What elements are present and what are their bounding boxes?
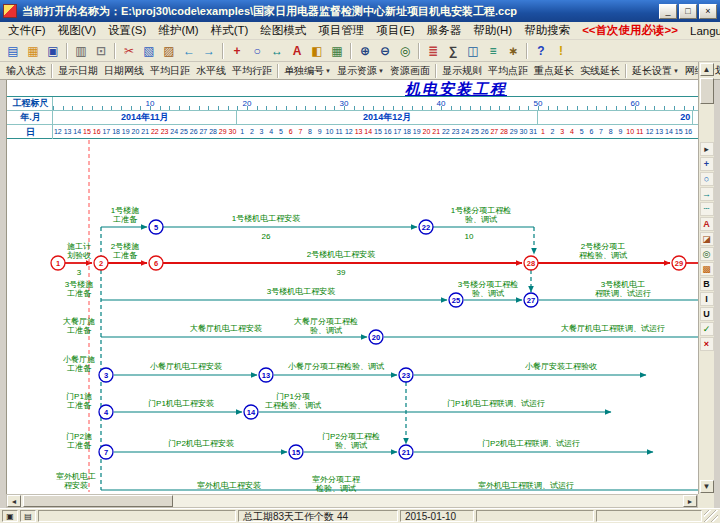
help-icon[interactable]: ? bbox=[531, 42, 551, 60]
avg-node-space-button[interactable]: 平均点距 bbox=[485, 64, 531, 78]
grid-icon[interactable]: ▦ bbox=[327, 42, 347, 60]
scroll-left-button[interactable]: ◄ bbox=[7, 495, 21, 507]
italic-icon[interactable]: I bbox=[700, 292, 714, 306]
node-13[interactable]: 13 bbox=[259, 368, 273, 382]
node-3[interactable]: 3 bbox=[99, 368, 113, 382]
settings-icon[interactable]: ∗ bbox=[503, 42, 523, 60]
menu-item[interactable]: 视图(V) bbox=[52, 22, 102, 39]
maximize-button[interactable]: □ bbox=[679, 4, 697, 19]
chart-icon[interactable]: ◫ bbox=[463, 42, 483, 60]
calc-icon[interactable]: ∑ bbox=[443, 42, 463, 60]
status-button-right[interactable]: ▤ bbox=[20, 510, 36, 522]
text-tool-icon[interactable]: A bbox=[287, 42, 307, 60]
pan-tool-icon[interactable]: + bbox=[700, 157, 714, 171]
show-date-button[interactable]: 显示日期 bbox=[55, 64, 101, 78]
color-palette-icon[interactable]: ◧ bbox=[307, 42, 327, 60]
underline-icon[interactable]: U bbox=[700, 307, 714, 321]
resource-view-button[interactable]: 资源画面 bbox=[387, 64, 433, 78]
horizontal-line-button[interactable]: 水平线 bbox=[193, 64, 229, 78]
paste-icon[interactable]: ▨ bbox=[159, 42, 179, 60]
add-task-icon[interactable]: + bbox=[227, 42, 247, 60]
solid-extend-button[interactable]: 实线延长 bbox=[577, 64, 623, 78]
node-4[interactable]: 4 bbox=[99, 405, 113, 419]
horizontal-scrollbar[interactable]: ◄ ► bbox=[6, 494, 698, 508]
menu-item[interactable]: 绘图模式 bbox=[254, 22, 312, 39]
scroll-up-button[interactable]: ▲ bbox=[700, 63, 714, 76]
draw-node-icon[interactable]: ○ bbox=[700, 172, 714, 186]
menu-item[interactable]: 帮助搜索 bbox=[518, 22, 576, 39]
date-line-button[interactable]: 日期网线 bbox=[101, 64, 147, 78]
select-tool-icon[interactable]: ▸ bbox=[700, 142, 714, 156]
calendar-icon[interactable]: ≣ bbox=[423, 42, 443, 60]
menu-item[interactable]: 项目(E) bbox=[370, 22, 420, 39]
find-icon[interactable]: ◎ bbox=[395, 42, 415, 60]
menu-item[interactable]: 维护(M) bbox=[152, 22, 204, 39]
node-5[interactable]: 5 bbox=[149, 220, 163, 234]
node-14[interactable]: 14 bbox=[244, 405, 258, 419]
node-28[interactable]: 28 bbox=[524, 256, 538, 270]
print-icon[interactable]: ▥ bbox=[71, 42, 91, 60]
eraser-icon[interactable]: ◪ bbox=[700, 232, 714, 246]
node-29[interactable]: 29 bbox=[672, 256, 686, 270]
node-6[interactable]: 6 bbox=[149, 256, 163, 270]
redo-icon[interactable]: → bbox=[199, 42, 219, 60]
draw-edge-icon[interactable]: → bbox=[700, 187, 714, 201]
node-25[interactable]: 25 bbox=[449, 293, 463, 307]
node-22[interactable]: 22 bbox=[419, 220, 433, 234]
link-tasks-icon[interactable]: ↔ bbox=[267, 42, 287, 60]
status-button-left[interactable]: ▣ bbox=[2, 510, 18, 522]
zoom-out-icon[interactable]: ⊖ bbox=[375, 42, 395, 60]
open-folder-icon[interactable]: ▦ bbox=[23, 42, 43, 60]
avg-day-space-button[interactable]: 平均日距 bbox=[147, 64, 193, 78]
node-20[interactable]: 20 bbox=[369, 330, 383, 344]
show-resource-button[interactable]: 显示资源▼ bbox=[334, 64, 387, 78]
zoom-in-icon[interactable]: ⊕ bbox=[355, 42, 375, 60]
node-27[interactable]: 27 bbox=[524, 293, 538, 307]
delete-icon[interactable]: × bbox=[700, 337, 714, 351]
undo-icon[interactable]: ← bbox=[179, 42, 199, 60]
new-file-icon[interactable]: ▤ bbox=[3, 42, 23, 60]
zoom-tool-icon[interactable]: ◎ bbox=[700, 247, 714, 261]
scroll-right-button[interactable]: ► bbox=[683, 495, 697, 507]
extend-setting-button[interactable]: 延长设置▼ bbox=[629, 64, 682, 78]
node-15[interactable]: 15 bbox=[289, 445, 303, 459]
scroll-track[interactable] bbox=[173, 495, 683, 507]
minimize-button[interactable]: _ bbox=[659, 4, 677, 19]
key-extend-button[interactable]: 重点延长 bbox=[531, 64, 577, 78]
show-rule-button[interactable]: 显示规则 bbox=[439, 64, 485, 78]
node-21[interactable]: 21 bbox=[399, 445, 413, 459]
label-tool-icon[interactable]: A bbox=[700, 217, 714, 231]
print-preview-icon[interactable]: ⊡ bbox=[91, 42, 111, 60]
horizontal-scroll-thumb[interactable] bbox=[23, 495, 173, 507]
menu-item[interactable]: 项目管理 bbox=[312, 22, 370, 39]
input-state-button[interactable]: 输入状态 bbox=[3, 64, 49, 78]
fill-color-icon[interactable]: ▩ bbox=[700, 262, 714, 276]
scroll-down-button[interactable]: ▼ bbox=[700, 480, 714, 493]
gantt-icon[interactable]: ≡ bbox=[483, 42, 503, 60]
menu-item[interactable]: 样式(T) bbox=[205, 22, 255, 39]
resize-grip[interactable] bbox=[704, 510, 718, 522]
menu-item[interactable]: 帮助(H) bbox=[467, 22, 518, 39]
menu-item[interactable]: 服务器 bbox=[421, 22, 468, 39]
separate-number-button[interactable]: 单独编号▼ bbox=[281, 64, 334, 78]
save-icon[interactable]: ▣ bbox=[43, 42, 63, 60]
confirm-icon[interactable]: ✓ bbox=[700, 322, 714, 336]
copy-icon[interactable]: ▧ bbox=[139, 42, 159, 60]
add-node-icon[interactable]: ○ bbox=[247, 42, 267, 60]
menu-item[interactable]: 设置(S) bbox=[102, 22, 152, 39]
vertical-scroll-thumb[interactable] bbox=[700, 78, 714, 104]
dashed-edge-icon[interactable]: ┄ bbox=[700, 202, 714, 216]
menu-item[interactable]: Language bbox=[684, 24, 720, 38]
menu-item[interactable]: 文件(F) bbox=[2, 22, 52, 39]
bold-icon[interactable]: B bbox=[700, 277, 714, 291]
cut-icon[interactable]: ✂ bbox=[119, 42, 139, 60]
tips-icon[interactable]: ! bbox=[551, 42, 571, 60]
node-1[interactable]: 1 bbox=[51, 256, 65, 270]
menu-item[interactable]: <<首次使用必读>> bbox=[576, 22, 684, 39]
status-field bbox=[38, 510, 236, 522]
node-2[interactable]: 2 bbox=[94, 256, 108, 270]
node-7[interactable]: 7 bbox=[99, 445, 113, 459]
node-23[interactable]: 23 bbox=[399, 368, 413, 382]
avg-row-space-button[interactable]: 平均行距 bbox=[229, 64, 275, 78]
close-button[interactable]: × bbox=[699, 4, 717, 19]
